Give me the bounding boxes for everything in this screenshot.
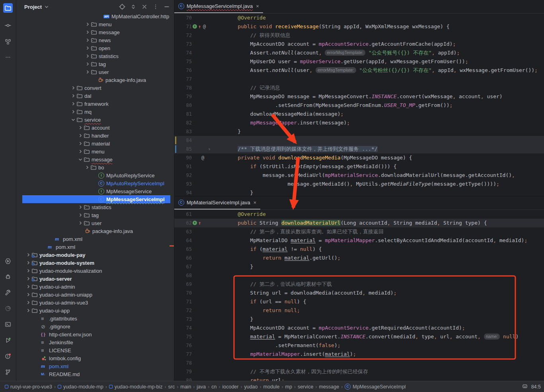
activity-more-icon[interactable]: [3, 52, 13, 62]
code-line-77[interactable]: 77 mpMaterialMapper.insert(material);: [174, 350, 544, 359]
tree-item-dal[interactable]: dal: [16, 92, 174, 100]
chevron-down-icon[interactable]: [71, 117, 76, 122]
chevron-right-icon[interactable]: [26, 308, 31, 313]
tree-item-tag[interactable]: tag: [16, 60, 174, 68]
locate-icon[interactable]: [119, 4, 125, 10]
code-line-73[interactable]: 73 MpAccountDO account = mpAccountServic…: [174, 40, 544, 49]
code-line-73[interactable]: 73 }: [174, 315, 544, 324]
tree-item-mq[interactable]: mq: [16, 108, 174, 116]
breadcrumb-item-mp[interactable]: mp: [285, 384, 292, 390]
code-line-66[interactable]: 66 return material.getUrl();: [174, 254, 544, 262]
tree-item-yudao-ui-admin[interactable]: yudao-ui-admin: [16, 283, 174, 291]
tree-item-menu[interactable]: menu: [16, 20, 174, 28]
chevron-right-icon[interactable]: [85, 54, 91, 58]
code-line-74[interactable]: 74 Assert.notNull(account, errorMsgTempl…: [174, 49, 544, 57]
tree-item-pom-xml[interactable]: mpom.xml: [16, 362, 174, 370]
breadcrumb-item-yudao-module-mp[interactable]: yudao-module-mp: [58, 384, 103, 390]
breadcrumb-item-src[interactable]: src: [168, 384, 175, 390]
fold-arrow-icon[interactable]: ›: [208, 145, 211, 153]
activity-project-icon[interactable]: [3, 3, 13, 13]
chevron-right-icon[interactable]: [85, 22, 91, 27]
chevron-right-icon[interactable]: [26, 284, 31, 289]
tree-item--gitignore[interactable]: ⊘.gitignore: [16, 322, 174, 330]
implements-arrow-icon[interactable]: ↑: [198, 22, 201, 31]
annotation-gutter-icon[interactable]: @: [203, 22, 206, 31]
code-line-83[interactable]: 83 }: [174, 127, 544, 136]
tree-item-handler[interactable]: handler: [16, 132, 174, 140]
breadcrumb-item-yudao-module-mp-biz[interactable]: yudao-module-mp-biz: [109, 384, 163, 390]
code-line-71[interactable]: 71↑↑@ public void receiveMessage(String …: [174, 22, 544, 31]
tree-item-mpmaterialcontroller-http[interactable]: APIMpMaterialController.http: [16, 12, 174, 20]
tree-item-news[interactable]: news: [16, 36, 174, 44]
chevron-right-icon[interactable]: [26, 268, 31, 273]
chevron-right-icon[interactable]: [26, 276, 31, 281]
tree-item-account[interactable]: account: [16, 124, 174, 132]
code-line-64[interactable]: 64 MpMaterialDO material = mpMaterialMap…: [174, 236, 544, 245]
code-line-72[interactable]: 72 // 获得关联信息: [174, 31, 544, 40]
code-line-85[interactable]: 85› /** 下载消息使用到的媒体文件，并上传到文件服务 ...*/: [174, 145, 544, 153]
code-line-93[interactable]: 93 message.getMediaId(), MpUtils.getMedi…: [174, 180, 544, 188]
tree-item-package-info-java[interactable]: package-info.java: [16, 76, 174, 84]
breadcrumb-item-iocoder[interactable]: iocoder: [222, 384, 238, 390]
tree-item-statistics[interactable]: statistics: [16, 203, 174, 211]
activity-build-icon[interactable]: [3, 288, 13, 297]
tree-item-yudao-module-visualization[interactable]: yudao-module-visualization: [16, 267, 174, 275]
breadcrumb-item-main[interactable]: main: [180, 384, 191, 390]
code-line-92[interactable]: 92 message.setMediaUrl(mpMaterialService…: [174, 171, 544, 180]
tree-item-mpautoreplyservice[interactable]: IMpAutoReplyService: [16, 171, 174, 179]
implements-arrow-icon[interactable]: ↑: [198, 219, 201, 227]
breadcrumb-item-module[interactable]: module: [263, 384, 280, 390]
chevron-right-icon[interactable]: [71, 85, 76, 90]
code-line-61[interactable]: 61 @Override: [174, 210, 544, 219]
chevron-right-icon[interactable]: [85, 46, 91, 50]
code-line-78[interactable]: 78: [174, 359, 544, 367]
chevron-down-icon[interactable]: [44, 4, 49, 9]
code-line-62[interactable]: 62↑↑ public String downloadMaterialUrl(L…: [174, 219, 544, 227]
activity-problems-icon[interactable]: [3, 351, 13, 361]
code-line-80[interactable]: 80 return url;: [174, 376, 544, 381]
code-line-79[interactable]: 79 // 不考虑下载永久素材，因为上传的时候已经保存: [174, 367, 544, 376]
code-line-67[interactable]: 67 }: [174, 262, 544, 271]
tree-item-bo[interactable]: bo: [16, 163, 174, 171]
activity-structure-icon[interactable]: [3, 37, 13, 47]
tree-item-message[interactable]: message: [16, 28, 174, 36]
tree-item-user[interactable]: user: [16, 219, 174, 227]
tree-item-yudao-module-system[interactable]: yudao-module-system: [16, 259, 174, 267]
tree-item-license[interactable]: ≡LICENSE: [16, 346, 174, 354]
tree-item-lombok-config[interactable]: lombok.config: [16, 354, 174, 362]
code-line-68[interactable]: 68: [174, 271, 544, 280]
chevron-right-icon[interactable]: [78, 205, 84, 210]
tree-item-mpmessageserviceimpl[interactable]: CMpMessageServiceImpl: [22, 195, 170, 203]
code-line-63[interactable]: 63 // 第一步，直接从数据库查询。如果已经下载，直接返回: [174, 227, 544, 236]
collapse-x-icon[interactable]: [141, 4, 148, 10]
chevron-right-icon[interactable]: [85, 62, 91, 66]
code-line-77[interactable]: 77: [174, 75, 544, 83]
breadcrumb-item-ruoyi-vue-pro-vue3[interactable]: ruoyi-vue-pro-vue3: [5, 384, 52, 390]
chevron-right-icon[interactable]: [26, 292, 31, 297]
code-line-69[interactable]: 69 // 第二步，尝试从临时素材中下载: [174, 280, 544, 289]
tree-item-framework[interactable]: framework: [16, 100, 174, 108]
tree-item-pom-xml[interactable]: mpom.xml: [16, 235, 174, 243]
code-line-78[interactable]: 78 // 记录消息: [174, 83, 544, 92]
code-line-81[interactable]: 81 downloadMessageMedia(message);: [174, 110, 544, 118]
tree-item-tag[interactable]: tag: [16, 211, 174, 219]
code-line-80[interactable]: 80 .setSendFrom(MpMessageSendFromEnum.US…: [174, 101, 544, 110]
tree-item-pom-xml[interactable]: mpom.xml: [16, 243, 174, 251]
chevron-right-icon[interactable]: [26, 260, 31, 265]
code-line-79[interactable]: 79 MpMessageDO message = MpMessageConver…: [174, 92, 544, 101]
tree-item--gitattributes[interactable]: ≡.gitattributes: [16, 314, 174, 322]
tree-item-http-client-env-json[interactable]: { }http-client.env.json: [16, 330, 174, 338]
close-icon[interactable]: ×: [256, 3, 259, 9]
tree-item-material[interactable]: material: [16, 140, 174, 147]
chevron-right-icon[interactable]: [26, 300, 31, 305]
tree-item-mpmessageservice[interactable]: IMpMessageService: [16, 187, 174, 195]
chevron-right-icon[interactable]: [78, 221, 84, 225]
breadcrumb-item-cn[interactable]: cn: [211, 384, 216, 390]
code-line-91[interactable]: 91 if (StrUtil.isNotEmpty(message.getMed…: [174, 162, 544, 171]
chevron-right-icon[interactable]: [26, 252, 31, 257]
chevron-right-icon[interactable]: [78, 125, 84, 130]
chevron-right-icon[interactable]: [85, 38, 91, 43]
chevron-right-icon[interactable]: [85, 30, 91, 35]
error-stripe[interactable]: [170, 245, 174, 246]
overrides-icon[interactable]: ↑: [193, 221, 197, 225]
